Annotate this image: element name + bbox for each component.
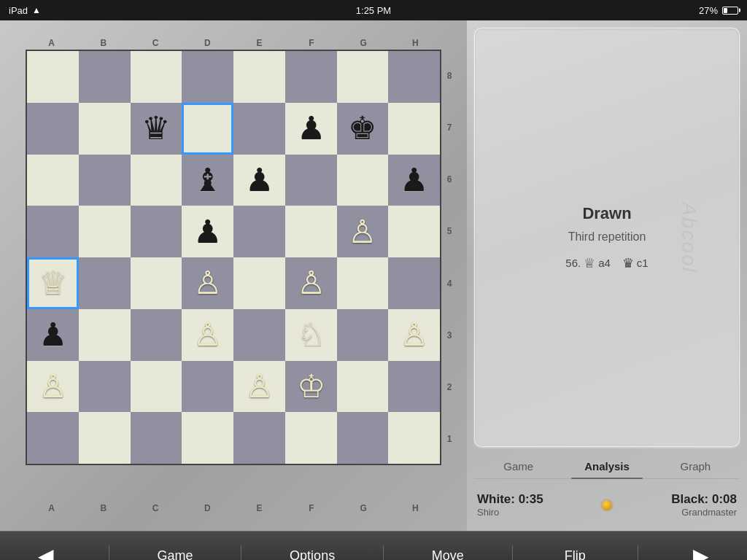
tab-analysis[interactable]: Analysis bbox=[562, 454, 651, 478]
square-h3[interactable]: ♙ bbox=[388, 309, 440, 361]
square-f4[interactable]: ♙ bbox=[285, 257, 337, 309]
square-e5[interactable] bbox=[233, 206, 285, 257]
square-f7[interactable]: ♟ bbox=[285, 103, 337, 155]
square-g5[interactable]: ♙ bbox=[337, 206, 389, 257]
square-e8[interactable] bbox=[233, 51, 285, 103]
square-a6[interactable] bbox=[27, 155, 79, 206]
move-button[interactable]: Move bbox=[417, 542, 479, 560]
carrier-label: iPad bbox=[9, 5, 28, 16]
square-d4[interactable]: ♙ bbox=[182, 257, 233, 309]
square-a5[interactable] bbox=[27, 206, 79, 257]
piece-a3: ♟ bbox=[39, 319, 67, 351]
rank-5: 5 bbox=[443, 206, 456, 257]
rank-4: 4 bbox=[443, 257, 456, 309]
square-d2[interactable] bbox=[182, 361, 233, 413]
square-d7[interactable] bbox=[182, 103, 233, 155]
square-g3[interactable] bbox=[337, 309, 389, 361]
square-b4[interactable] bbox=[79, 257, 131, 309]
file-label-bottom-c: C bbox=[130, 502, 182, 515]
square-f3[interactable]: ♘ bbox=[285, 309, 337, 361]
square-h6[interactable]: ♟ bbox=[388, 155, 440, 206]
square-d1[interactable] bbox=[182, 412, 233, 464]
square-f8[interactable] bbox=[285, 51, 337, 103]
square-e2[interactable]: ♙ bbox=[233, 361, 285, 413]
square-g8[interactable] bbox=[337, 51, 389, 103]
square-c6[interactable] bbox=[131, 155, 182, 206]
square-b5[interactable] bbox=[79, 206, 131, 257]
square-g4[interactable] bbox=[337, 257, 389, 309]
tab-graph[interactable]: Graph bbox=[651, 454, 740, 478]
square-h7[interactable] bbox=[388, 103, 440, 155]
square-a7[interactable] bbox=[27, 103, 79, 155]
square-a2[interactable]: ♙ bbox=[27, 361, 79, 413]
piece-g5: ♙ bbox=[348, 216, 376, 248]
square-h5[interactable] bbox=[388, 206, 440, 257]
square-e6[interactable]: ♟ bbox=[233, 155, 285, 206]
rank-6: 6 bbox=[443, 154, 456, 206]
square-f5[interactable] bbox=[285, 206, 337, 257]
square-h4[interactable] bbox=[388, 257, 440, 309]
tab-game[interactable]: Game bbox=[474, 454, 562, 478]
square-d3[interactable]: ♙ bbox=[182, 309, 233, 361]
flip-button[interactable]: Flip bbox=[546, 542, 604, 560]
square-c5[interactable] bbox=[131, 206, 182, 257]
square-b7[interactable] bbox=[79, 103, 131, 155]
file-labels-bottom: A B C D E F G H bbox=[26, 502, 441, 515]
game-result: Drawn bbox=[582, 204, 631, 223]
forward-arrow-icon: ▶ bbox=[693, 544, 709, 560]
toolbar: ◀ Game Options Move Flip ▶ bbox=[0, 531, 747, 560]
game-reason: Third repetition bbox=[568, 230, 646, 244]
file-label-c: C bbox=[130, 36, 182, 50]
back-button[interactable]: ◀ bbox=[17, 538, 75, 560]
square-a4[interactable]: ♕ bbox=[27, 257, 79, 309]
piece-a2: ♙ bbox=[39, 370, 67, 402]
square-f1[interactable] bbox=[285, 412, 337, 464]
square-h2[interactable] bbox=[388, 361, 440, 413]
square-a3[interactable]: ♟ bbox=[27, 309, 79, 361]
status-time: 1:25 PM bbox=[356, 5, 391, 16]
square-h8[interactable] bbox=[388, 51, 440, 103]
black-time: Black: 0:08 bbox=[619, 492, 737, 507]
square-c2[interactable] bbox=[131, 361, 182, 413]
square-b8[interactable] bbox=[79, 51, 131, 103]
black-queen-icon: ♛ bbox=[622, 255, 634, 271]
file-label-g: G bbox=[338, 36, 390, 50]
square-f2[interactable]: ♔ bbox=[285, 361, 337, 413]
move-number: 56. bbox=[565, 257, 581, 269]
square-f6[interactable] bbox=[285, 155, 337, 206]
square-c3[interactable] bbox=[131, 309, 182, 361]
square-g6[interactable] bbox=[337, 155, 389, 206]
square-c7[interactable]: ♛ bbox=[131, 103, 182, 155]
white-queen-icon: ♕ bbox=[584, 255, 595, 271]
square-d6[interactable]: ♝ bbox=[182, 155, 233, 206]
square-c1[interactable] bbox=[131, 412, 182, 464]
square-b3[interactable] bbox=[79, 309, 131, 361]
forward-button[interactable]: ▶ bbox=[672, 538, 730, 560]
square-d5[interactable]: ♟ bbox=[182, 206, 233, 257]
square-b6[interactable] bbox=[79, 155, 131, 206]
square-e7[interactable] bbox=[233, 103, 285, 155]
square-e4[interactable] bbox=[233, 257, 285, 309]
player-white: White: 0:35 Shiro bbox=[477, 492, 595, 518]
square-b2[interactable] bbox=[79, 361, 131, 413]
square-d8[interactable] bbox=[182, 51, 233, 103]
square-e1[interactable] bbox=[233, 412, 285, 464]
square-b1[interactable] bbox=[79, 412, 131, 464]
square-a1[interactable] bbox=[27, 412, 79, 464]
board-grid[interactable]: ♛♟♚♝♟♟♟♙♕♙♙♟♙♘♙♙♙♔ bbox=[27, 51, 440, 464]
options-button[interactable]: Options bbox=[275, 542, 349, 560]
square-h1[interactable] bbox=[388, 412, 440, 464]
file-label-bottom-h: H bbox=[390, 502, 441, 515]
player-info: White: 0:35 Shiro Black: 0:08 Grandmaste… bbox=[474, 486, 740, 524]
square-c8[interactable] bbox=[131, 51, 182, 103]
game-button[interactable]: Game bbox=[142, 542, 207, 560]
square-e3[interactable] bbox=[233, 309, 285, 361]
square-a8[interactable] bbox=[27, 51, 79, 103]
toolbar-divider-2 bbox=[241, 545, 241, 561]
chess-board[interactable]: ♛♟♚♝♟♟♟♙♕♙♙♟♙♘♙♙♙♔ bbox=[26, 50, 441, 465]
rank-1: 1 bbox=[443, 413, 456, 465]
square-g1[interactable] bbox=[337, 412, 389, 464]
square-g2[interactable] bbox=[337, 361, 389, 413]
square-c4[interactable] bbox=[131, 257, 182, 309]
square-g7[interactable]: ♚ bbox=[337, 103, 389, 155]
